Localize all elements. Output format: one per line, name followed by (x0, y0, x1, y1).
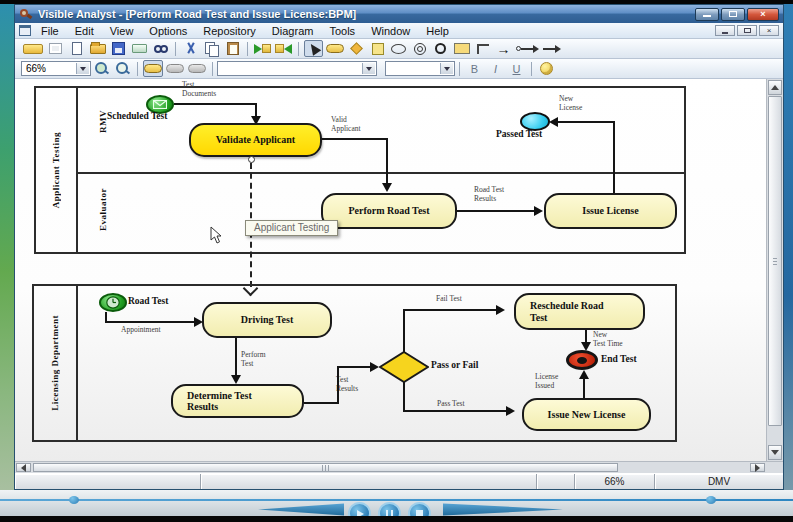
zoom-combobox[interactable]: 66% (21, 61, 91, 76)
event-tool[interactable] (389, 40, 408, 57)
menu-tools[interactable]: Tools (321, 25, 363, 37)
menu-window[interactable]: Window (363, 25, 418, 37)
app-window: Visible Analyst - [Perform Road Test and… (14, 4, 784, 490)
task-issue-license[interactable]: Issue License (544, 193, 677, 229)
grey-style-button-2[interactable] (187, 60, 207, 77)
connection-handle[interactable] (248, 156, 255, 163)
flow-line (337, 366, 371, 368)
minimize-button[interactable] (695, 8, 719, 21)
grey-style-button-1[interactable] (165, 60, 185, 77)
select-arrow-tool[interactable] (304, 40, 323, 57)
mouse-cursor (209, 226, 225, 244)
flow-line (386, 138, 388, 184)
end-event-end-test[interactable] (566, 350, 598, 370)
zoom-in-icon[interactable] (92, 60, 111, 77)
gateway-tool[interactable] (347, 40, 366, 57)
start-event-road-test[interactable] (99, 293, 127, 312)
bold-button[interactable]: B (465, 60, 484, 77)
scroll-left-button[interactable] (16, 463, 31, 472)
flow-label-license-issued: License Issued (535, 372, 579, 390)
mdi-close-button[interactable]: × (759, 25, 779, 36)
menu-edit[interactable]: Edit (67, 25, 102, 37)
note-tool[interactable] (368, 40, 387, 57)
flow-label-perform-test: Perform Test (241, 350, 266, 368)
pool-label-strip[interactable]: Licensing Department (34, 286, 78, 440)
size-combobox[interactable] (385, 61, 455, 76)
run-back-icon[interactable] (274, 40, 293, 57)
task-style-button[interactable] (143, 60, 163, 77)
print-icon[interactable] (130, 40, 149, 57)
task-perform-road-test[interactable]: Perform Road Test (321, 193, 457, 229)
end-event-tool[interactable] (431, 40, 450, 57)
gateway-pass-or-fail[interactable] (379, 351, 429, 383)
properties-icon[interactable] (46, 40, 65, 57)
zoom-out-icon[interactable] (113, 60, 132, 77)
task-issue-new-license[interactable]: Issue New License (522, 398, 651, 431)
scroll-right-button[interactable] (750, 463, 765, 472)
arrowhead (370, 362, 379, 372)
menu-help[interactable]: Help (418, 25, 457, 37)
seek-marker-right[interactable] (706, 496, 716, 504)
arrowhead (496, 305, 505, 315)
task-reschedule-road-test[interactable]: Reschedule Road Test (514, 293, 645, 330)
intermediate-event-tool[interactable] (410, 40, 429, 57)
horizontal-scroll-thumb[interactable] (33, 463, 618, 472)
vertical-scrollbar[interactable] (766, 79, 783, 461)
paste-icon[interactable] (223, 40, 242, 57)
task-determine-test-results[interactable]: Determine Test Results (171, 384, 304, 418)
zoom-value: 66% (26, 63, 46, 74)
task-driving-test[interactable]: Driving Test (202, 302, 332, 338)
menu-diagram[interactable]: Diagram (264, 25, 322, 37)
flow-line (557, 121, 615, 123)
message-flow-tool[interactable] (515, 40, 540, 57)
lane-tool[interactable] (473, 40, 492, 57)
event-label-passed-test: Passed Test (496, 129, 542, 139)
horizontal-scrollbar[interactable] (15, 461, 783, 473)
association-tool[interactable] (542, 40, 562, 57)
pool-tool[interactable] (452, 40, 471, 57)
status-section-1 (15, 474, 201, 489)
event-label-end-test: End Test (601, 354, 637, 364)
menu-view[interactable]: View (102, 25, 142, 37)
cut-icon[interactable] (181, 40, 200, 57)
task-tool[interactable] (325, 40, 345, 57)
toolbar-zoom: 66% B I U (15, 59, 783, 79)
mdi-restore-button[interactable] (737, 25, 757, 36)
copy-icon[interactable] (202, 40, 221, 57)
menu-options[interactable]: Options (141, 25, 195, 37)
save-icon[interactable] (109, 40, 128, 57)
arrowhead (382, 183, 392, 192)
mdi-minimize-button[interactable] (715, 25, 735, 36)
flow-label-test-documents: Test Documents (182, 80, 216, 98)
find-binoculars-icon[interactable] (151, 40, 170, 57)
status-project: DMV (655, 474, 783, 489)
sequence-flow-tool[interactable]: → (494, 40, 513, 57)
new-document-icon[interactable] (67, 40, 86, 57)
close-button[interactable]: × (747, 8, 779, 21)
video-frame-right (784, 4, 793, 490)
vertical-scroll-thumb[interactable] (768, 96, 782, 426)
menu-repository[interactable]: Repository (195, 25, 264, 37)
scroll-down-button[interactable] (768, 445, 782, 460)
lane-label-evaluator: Evaluator (98, 188, 108, 231)
player-swoosh-left (258, 503, 344, 516)
diagram-canvas[interactable]: Applicant Testing RMV Evaluator Test Doc… (15, 79, 766, 461)
flow-label-fail-test: Fail Test (436, 294, 462, 303)
underline-button[interactable]: U (507, 60, 526, 77)
font-combobox[interactable] (217, 61, 377, 76)
smiley-color-icon[interactable] (537, 60, 556, 77)
scroll-up-button[interactable] (768, 80, 782, 95)
italic-button[interactable]: I (486, 60, 505, 77)
seek-bar[interactable] (0, 499, 793, 501)
yellow-task-icon[interactable] (22, 40, 44, 57)
run-forward-icon[interactable] (253, 40, 272, 57)
flow-label-new-test-time: New Test Time (593, 330, 623, 348)
open-folder-icon[interactable] (88, 40, 107, 57)
seek-marker-left[interactable] (69, 496, 79, 504)
gateway-label: Pass or Fail (431, 360, 478, 370)
maximize-button[interactable] (721, 8, 745, 21)
task-validate-applicant[interactable]: Validate Applicant (189, 123, 322, 157)
flow-line (304, 402, 339, 404)
pool-label-strip[interactable]: Applicant Testing (36, 88, 78, 252)
menu-file[interactable]: File (33, 25, 67, 37)
